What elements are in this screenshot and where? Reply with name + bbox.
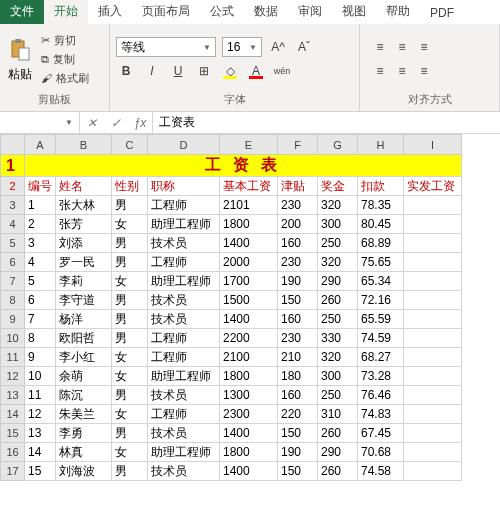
bold-button[interactable]: B: [116, 61, 136, 81]
data-cell[interactable]: 助理工程师: [148, 443, 220, 462]
column-header-cell[interactable]: 编号: [25, 177, 56, 196]
data-cell[interactable]: 1800: [220, 443, 278, 462]
copy-button[interactable]: ⧉复制: [38, 51, 92, 68]
data-cell[interactable]: 15: [25, 462, 56, 481]
paste-label[interactable]: 粘贴: [8, 66, 32, 83]
data-cell[interactable]: 73.28: [358, 367, 404, 386]
data-cell[interactable]: 男: [112, 291, 148, 310]
data-cell[interactable]: 8: [25, 329, 56, 348]
font-name-select[interactable]: 等线▼: [116, 37, 216, 57]
data-cell[interactable]: 65.59: [358, 310, 404, 329]
column-header-cell[interactable]: 基本工资: [220, 177, 278, 196]
col-header[interactable]: C: [112, 135, 148, 155]
cut-button[interactable]: ✂剪切: [38, 32, 92, 49]
data-cell[interactable]: 2300: [220, 405, 278, 424]
data-cell[interactable]: 1400: [220, 462, 278, 481]
data-cell[interactable]: 160: [278, 386, 318, 405]
column-header-cell[interactable]: 职称: [148, 177, 220, 196]
data-cell[interactable]: 70.68: [358, 443, 404, 462]
data-cell[interactable]: 160: [278, 310, 318, 329]
row-header[interactable]: 17: [1, 462, 25, 481]
data-cell[interactable]: 300: [318, 215, 358, 234]
fx-button[interactable]: ƒx: [128, 112, 152, 133]
col-header[interactable]: I: [404, 135, 462, 155]
data-cell[interactable]: 9: [25, 348, 56, 367]
data-cell[interactable]: 65.34: [358, 272, 404, 291]
italic-button[interactable]: I: [142, 61, 162, 81]
data-cell[interactable]: 75.65: [358, 253, 404, 272]
align-top-button[interactable]: ≡: [370, 37, 390, 57]
tab-view[interactable]: 视图: [332, 0, 376, 24]
data-cell[interactable]: 工程师: [148, 348, 220, 367]
data-cell[interactable]: 220: [278, 405, 318, 424]
increase-font-button[interactable]: A^: [268, 37, 288, 57]
data-cell[interactable]: 150: [278, 291, 318, 310]
data-cell[interactable]: 技术员: [148, 424, 220, 443]
data-cell[interactable]: 李守道: [56, 291, 112, 310]
data-cell[interactable]: [404, 386, 462, 405]
data-cell[interactable]: 男: [112, 424, 148, 443]
data-cell[interactable]: 290: [318, 272, 358, 291]
data-cell[interactable]: 68.89: [358, 234, 404, 253]
name-box[interactable]: ▼: [0, 112, 80, 133]
data-cell[interactable]: 女: [112, 272, 148, 291]
data-cell[interactable]: 林真: [56, 443, 112, 462]
row-header[interactable]: 11: [1, 348, 25, 367]
tab-review[interactable]: 审阅: [288, 0, 332, 24]
data-cell[interactable]: 1400: [220, 424, 278, 443]
formula-input[interactable]: 工资表: [153, 112, 500, 133]
data-cell[interactable]: [404, 424, 462, 443]
font-size-select[interactable]: 16▼: [222, 37, 262, 57]
underline-button[interactable]: U: [168, 61, 188, 81]
data-cell[interactable]: 技术员: [148, 234, 220, 253]
spreadsheet-grid[interactable]: ABCDEFGHI1工 资 表2编号姓名性别职称基本工资津贴奖金扣款实发工资31…: [0, 134, 500, 481]
border-button[interactable]: ⊞: [194, 61, 214, 81]
data-cell[interactable]: 320: [318, 253, 358, 272]
data-cell[interactable]: 160: [278, 234, 318, 253]
data-cell[interactable]: 助理工程师: [148, 272, 220, 291]
data-cell[interactable]: 助理工程师: [148, 215, 220, 234]
row-header[interactable]: 15: [1, 424, 25, 443]
tab-pdf[interactable]: PDF: [420, 2, 464, 24]
data-cell[interactable]: 78.35: [358, 196, 404, 215]
row-header[interactable]: 16: [1, 443, 25, 462]
data-cell[interactable]: 助理工程师: [148, 367, 220, 386]
data-cell[interactable]: 68.27: [358, 348, 404, 367]
align-middle-button[interactable]: ≡: [392, 37, 412, 57]
data-cell[interactable]: 250: [318, 234, 358, 253]
col-header[interactable]: B: [56, 135, 112, 155]
data-cell[interactable]: 女: [112, 405, 148, 424]
data-cell[interactable]: 12: [25, 405, 56, 424]
data-cell[interactable]: 工程师: [148, 253, 220, 272]
data-cell[interactable]: [404, 348, 462, 367]
paste-icon[interactable]: [6, 36, 34, 64]
data-cell[interactable]: 1400: [220, 310, 278, 329]
data-cell[interactable]: 260: [318, 424, 358, 443]
data-cell[interactable]: 150: [278, 462, 318, 481]
row-header[interactable]: 2: [1, 177, 25, 196]
data-cell[interactable]: 工程师: [148, 405, 220, 424]
data-cell[interactable]: [404, 291, 462, 310]
data-cell[interactable]: 2000: [220, 253, 278, 272]
data-cell[interactable]: 工程师: [148, 196, 220, 215]
data-cell[interactable]: 杨洋: [56, 310, 112, 329]
data-cell[interactable]: 1400: [220, 234, 278, 253]
data-cell[interactable]: 13: [25, 424, 56, 443]
data-cell[interactable]: [404, 367, 462, 386]
data-cell[interactable]: 技术员: [148, 386, 220, 405]
data-cell[interactable]: 女: [112, 348, 148, 367]
row-header[interactable]: 6: [1, 253, 25, 272]
tab-formula[interactable]: 公式: [200, 0, 244, 24]
data-cell[interactable]: [404, 310, 462, 329]
data-cell[interactable]: 7: [25, 310, 56, 329]
row-header[interactable]: 12: [1, 367, 25, 386]
data-cell[interactable]: 320: [318, 348, 358, 367]
data-cell[interactable]: 330: [318, 329, 358, 348]
data-cell[interactable]: 74.83: [358, 405, 404, 424]
data-cell[interactable]: 210: [278, 348, 318, 367]
data-cell[interactable]: 1800: [220, 367, 278, 386]
data-cell[interactable]: 刘添: [56, 234, 112, 253]
column-header-cell[interactable]: 姓名: [56, 177, 112, 196]
data-cell[interactable]: 欧阳哲: [56, 329, 112, 348]
fill-color-button[interactable]: ◇: [220, 61, 240, 81]
